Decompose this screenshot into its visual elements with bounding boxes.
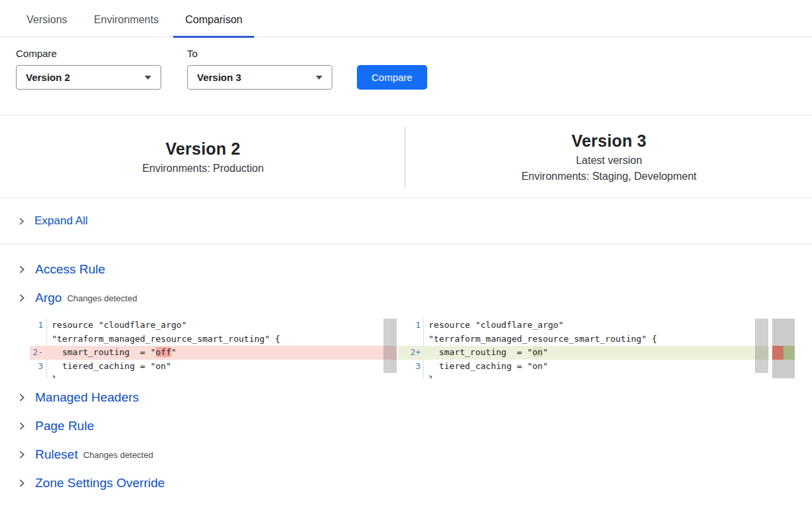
line-number	[398, 333, 424, 346]
code-text: }	[47, 373, 397, 378]
to-version-select[interactable]: Version 3	[187, 65, 332, 90]
diff-line-removed: 2- smart_routing = "off"	[30, 346, 397, 360]
line-number: 2+	[398, 346, 424, 360]
diff-line-partial: }	[398, 373, 770, 378]
line-number	[398, 373, 424, 378]
expand-all-label: Expand All	[34, 214, 88, 228]
to-field: To Version 3	[187, 48, 332, 90]
to-version-value: Version 3	[197, 72, 241, 83]
section-access-rule[interactable]: Access Rule	[0, 262, 812, 277]
version-right-panel: Version 3 Latest version Environments: S…	[406, 115, 812, 198]
vertical-divider	[405, 127, 405, 188]
compare-field: Compare Version 2	[16, 48, 161, 90]
code-text: resource "cloudflare_argo"	[424, 319, 770, 333]
section-label: Argo	[35, 291, 62, 305]
scrollbar-thumb[interactable]	[755, 319, 768, 373]
minimap-removed-marker	[772, 346, 783, 360]
argo-diff: 1 resource "cloudflare_argo" "terraform_…	[30, 319, 812, 378]
tab-bar: Versions Environments Comparison	[0, 0, 812, 37]
changes-detected-badge: Changes detected	[67, 293, 137, 303]
chevron-right-icon	[17, 393, 27, 402]
version-right-title: Version 3	[572, 131, 647, 151]
comparison-page: Versions Environments Comparison Compare…	[0, 0, 812, 523]
version-right-environments: Environments: Staging, Development	[521, 171, 697, 183]
line-number	[30, 333, 47, 346]
chevron-right-icon	[17, 293, 27, 303]
scrollbar-thumb[interactable]	[383, 319, 397, 373]
to-field-label: To	[187, 48, 332, 59]
removed-token: off	[156, 347, 171, 357]
chevron-down-icon	[145, 76, 151, 80]
compare-button[interactable]: Compare	[357, 65, 427, 90]
diff-line: 3 tiered_caching = "on"	[398, 360, 770, 374]
version-right-note: Latest version	[576, 155, 642, 167]
compare-form: Compare Version 2 To Version 3 Compare	[16, 48, 812, 90]
expand-all-button[interactable]: Expand All	[0, 198, 812, 244]
line-number: 2-	[30, 346, 47, 360]
section-zone-settings-override[interactable]: Zone Settings Override	[0, 475, 812, 491]
section-label: Access Rule	[35, 262, 105, 277]
diff-line-partial: }	[30, 373, 397, 378]
diff-line-wrap: "terraform_managed_resource_smart_routin…	[398, 333, 770, 346]
section-managed-headers[interactable]: Managed Headers	[0, 390, 812, 406]
tab-environments[interactable]: Environments	[82, 14, 170, 37]
code-text: }	[424, 373, 770, 378]
diff-line-added: 2+ smart_routing = "on"	[398, 346, 770, 360]
tab-comparison[interactable]: Comparison	[173, 14, 254, 38]
section-ruleset[interactable]: Ruleset Changes detected	[0, 447, 812, 463]
diff-minimap[interactable]	[772, 319, 795, 378]
section-label: Managed Headers	[35, 390, 139, 405]
chevron-down-icon	[316, 76, 322, 80]
code-text: "terraform_managed_resource_smart_routin…	[424, 333, 770, 346]
chevron-right-icon	[17, 265, 27, 274]
section-label: Page Rule	[35, 419, 94, 433]
diff-line-wrap: "terraform_managed_resource_smart_routin…	[30, 333, 397, 346]
compare-version-select[interactable]: Version 2	[16, 65, 161, 90]
code-text: smart_routing = "off"	[47, 346, 397, 360]
version-left-title: Version 2	[166, 139, 241, 159]
diff-line: 1 resource "cloudflare_argo"	[30, 319, 397, 333]
line-number: 1	[398, 319, 424, 333]
version-left-environments: Environments: Production	[142, 163, 263, 175]
minimap-added-marker	[783, 346, 795, 360]
section-page-rule[interactable]: Page Rule	[0, 418, 812, 434]
line-number: 1	[30, 319, 47, 333]
version-header: Version 2 Environments: Production Versi…	[0, 115, 812, 198]
chevron-right-icon	[17, 421, 27, 431]
diff-left-pane[interactable]: 1 resource "cloudflare_argo" "terraform_…	[30, 319, 397, 378]
code-text: tiered_caching = "on"	[47, 360, 397, 374]
code-text: resource "cloudflare_argo"	[47, 319, 397, 333]
chevron-right-icon	[17, 217, 26, 226]
diff-right-pane[interactable]: 1 resource "cloudflare_argo" "terraform_…	[398, 319, 770, 378]
section-label: Ruleset	[35, 447, 78, 462]
line-number	[30, 373, 47, 378]
compare-field-label: Compare	[16, 48, 161, 59]
changes-detected-badge: Changes detected	[83, 450, 153, 460]
minimap-change-marker	[772, 346, 795, 360]
code-text: tiered_caching = "on"	[424, 360, 770, 374]
tab-versions[interactable]: Versions	[15, 14, 79, 37]
line-number: 3	[30, 360, 47, 374]
code-text: "terraform_managed_resource_smart_routin…	[47, 333, 397, 346]
chevron-right-icon	[17, 479, 27, 488]
line-number: 3	[398, 360, 424, 374]
added-token: on	[533, 347, 543, 357]
section-argo[interactable]: Argo Changes detected	[0, 290, 812, 306]
code-text: smart_routing = "on"	[424, 346, 770, 360]
diff-line: 3 tiered_caching = "on"	[30, 360, 397, 374]
diff-line: 1 resource "cloudflare_argo"	[398, 319, 770, 333]
compare-version-value: Version 2	[26, 72, 70, 83]
chevron-right-icon	[17, 450, 27, 459]
version-left-panel: Version 2 Environments: Production	[0, 115, 406, 198]
section-label: Zone Settings Override	[35, 476, 165, 490]
